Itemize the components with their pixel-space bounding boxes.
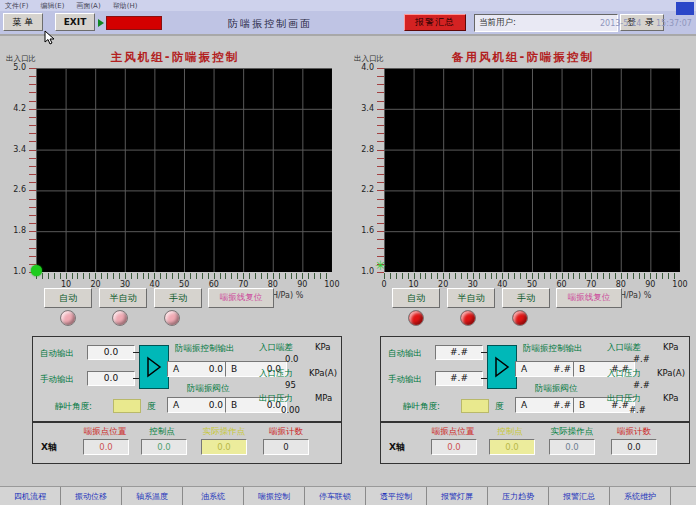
outlet-pressure-label: 出口压力 bbox=[259, 393, 293, 405]
surge-line-reset-button[interactable]: 喘振线复位 bbox=[208, 288, 274, 308]
b-label: B bbox=[231, 364, 237, 374]
actual-point-label: 实际操作点 bbox=[539, 426, 605, 438]
surge-line-reset-button[interactable]: 喘振线复位 bbox=[556, 288, 622, 308]
taskbar-item[interactable]: 报警汇总 bbox=[549, 487, 610, 505]
a-value: #.# bbox=[553, 400, 571, 410]
actual-point-label: 实际操作点 bbox=[191, 426, 257, 438]
taskbar-item[interactable]: 轴系温度 bbox=[122, 487, 183, 505]
inlet-pressure-label: 入口压力 bbox=[259, 368, 293, 380]
taskbar-item[interactable]: 油系统 bbox=[183, 487, 244, 505]
status-light bbox=[408, 310, 424, 326]
outlet-pressure-label: 出口压力 bbox=[607, 393, 641, 405]
blade-angle-value bbox=[113, 399, 141, 413]
taskbar-item[interactable]: 报警灯屏 bbox=[427, 487, 488, 505]
hmi-screen: 文件(F)编辑(E)画面(A)帮助(H) 菜 单 EXIT 防喘振控制画面 报警… bbox=[0, 0, 696, 505]
x-axis-row-label: X轴 bbox=[389, 441, 405, 454]
y-tick-label: 4.0 bbox=[361, 62, 374, 74]
current-user-field[interactable]: 当前用户: bbox=[474, 14, 618, 32]
taskbar-item[interactable]: 四机流程 bbox=[0, 487, 61, 505]
taskbar-item[interactable]: 喘振控制 bbox=[244, 487, 305, 505]
menubar-item[interactable]: 编辑(E) bbox=[41, 1, 65, 11]
control-output-a-field: A #.# bbox=[515, 361, 577, 377]
mode-button[interactable]: 手动 bbox=[154, 288, 202, 308]
inlet-pressure-unit: KPa(A) bbox=[309, 368, 337, 378]
manual-output-value: #.# bbox=[435, 371, 483, 386]
selector-icon bbox=[487, 345, 517, 389]
a-label: A bbox=[521, 364, 527, 374]
manual-output-label: 手动输出 bbox=[40, 374, 74, 386]
mode-status-lights bbox=[60, 310, 180, 326]
surge-count-value: 0.0 bbox=[611, 439, 657, 455]
y-tick-label: 1.6 bbox=[361, 225, 374, 237]
mode-button[interactable]: 自动 bbox=[392, 288, 440, 308]
exit-button[interactable]: EXIT bbox=[55, 13, 95, 31]
taskbar-item[interactable]: 透平控制 bbox=[366, 487, 427, 505]
y-tick-marks bbox=[377, 68, 384, 273]
header-bar: 菜 单 EXIT 防喘振控制画面 报警汇总 当前用户: 登 录 2013-5-1… bbox=[0, 11, 696, 36]
mode-button[interactable]: 自动 bbox=[44, 288, 92, 308]
control-point-label: 控制点 bbox=[479, 426, 541, 438]
control-output-label: 防喘振控制输出 bbox=[523, 343, 583, 355]
a-value: 0.0 bbox=[209, 364, 223, 374]
mode-button[interactable]: 半自动 bbox=[447, 288, 495, 308]
blade-angle-value bbox=[461, 399, 489, 413]
panel-backup-fan: 出入口比 备用风机组-防喘振控制 4.03.42.82.21.61.0 0102… bbox=[348, 40, 696, 487]
auto-output-value: #.# bbox=[435, 345, 483, 360]
alarm-summary-button[interactable]: 报警汇总 bbox=[404, 14, 466, 31]
mode-button[interactable]: 手动 bbox=[502, 288, 550, 308]
y-tick-label: 1.8 bbox=[13, 225, 26, 237]
panel-title: 备用风机组-防喘振控制 bbox=[388, 50, 658, 65]
x-tick-label: 90 bbox=[290, 280, 314, 289]
taskbar-item[interactable]: 停车联锁 bbox=[305, 487, 366, 505]
inlet-pressure-value: #.# bbox=[633, 380, 650, 390]
x-tick-marks bbox=[36, 273, 332, 279]
taskbar-item[interactable]: 压力趋势 bbox=[488, 487, 549, 505]
y-tick-label: 2.6 bbox=[13, 184, 26, 196]
alarm-indicator-bar bbox=[106, 16, 162, 30]
surge-count-value: 0 bbox=[263, 439, 309, 455]
valve-a-field: A 0.0 bbox=[167, 397, 229, 413]
surge-point-box: X轴 喘振点位置 0.0 控制点 0.0 实际操作点 0.0 喘振计数 0.0 bbox=[380, 422, 690, 464]
x-tick-label: 100 bbox=[668, 280, 692, 289]
inlet-pressure-unit: KPa(A) bbox=[657, 368, 685, 378]
date-display: 2013-5-14 bbox=[600, 19, 656, 28]
menu-button[interactable]: 菜 单 bbox=[3, 13, 43, 31]
taskbar: 四机流程振动位移轴系温度油系统喘振控制停车联锁透平控制报警灯屏压力趋势报警汇总系… bbox=[0, 486, 696, 505]
auto-output-label: 自动输出 bbox=[40, 348, 74, 360]
status-light bbox=[460, 310, 476, 326]
status-light bbox=[512, 310, 528, 326]
status-light bbox=[112, 310, 128, 326]
mode-button[interactable]: 半自动 bbox=[99, 288, 147, 308]
valve-a-field: A #.# bbox=[515, 397, 577, 413]
outlet-pressure-value: 0.00 bbox=[281, 405, 300, 415]
menubar-item[interactable]: 文件(F) bbox=[5, 1, 29, 11]
a-label: A bbox=[521, 400, 527, 410]
mode-button-group: 自动半自动手动 bbox=[392, 288, 550, 308]
panel-title: 主风机组-防喘振控制 bbox=[40, 50, 310, 65]
valve-position-label: 防喘振阀位 bbox=[535, 383, 578, 395]
taskbar-item[interactable]: 振动位移 bbox=[61, 487, 122, 505]
operating-point-icon bbox=[31, 265, 42, 276]
degree-label: 度 bbox=[147, 401, 156, 413]
control-output-a-field: A 0.0 bbox=[167, 361, 229, 377]
taskbar-item[interactable]: 系统维护 bbox=[610, 487, 671, 505]
y-tick-label: 4.2 bbox=[13, 103, 26, 115]
x-tick-label: 90 bbox=[638, 280, 662, 289]
menubar-item[interactable]: 帮助(H) bbox=[113, 1, 138, 11]
y-tick-label: 1.0 bbox=[361, 266, 374, 278]
status-light bbox=[164, 310, 180, 326]
control-point-label: 控制点 bbox=[131, 426, 193, 438]
a-value: 0.0 bbox=[209, 400, 223, 410]
inlet-pressure-label: 入口压力 bbox=[607, 368, 641, 380]
panel-main-fan: 出入口比 主风机组-防喘振控制 5.04.23.42.61.81.0 10203… bbox=[0, 40, 348, 487]
y-tick-label: 1.0 bbox=[13, 266, 26, 278]
surge-count-label: 喘振计数 bbox=[253, 426, 319, 438]
x-tick-label: 100 bbox=[320, 280, 344, 289]
degree-label: 度 bbox=[495, 401, 504, 413]
outlet-pressure-unit: MPa bbox=[315, 393, 332, 403]
menubar-item[interactable]: 画面(A) bbox=[76, 1, 100, 11]
surge-point-box: X轴 喘振点位置 0.0 控制点 0.0 实际操作点 0.0 喘振计数 0 bbox=[32, 422, 342, 464]
y-tick-label: 2.8 bbox=[361, 144, 374, 156]
actual-point-value: 0.0 bbox=[549, 439, 595, 455]
y-tick-marks bbox=[29, 68, 36, 273]
